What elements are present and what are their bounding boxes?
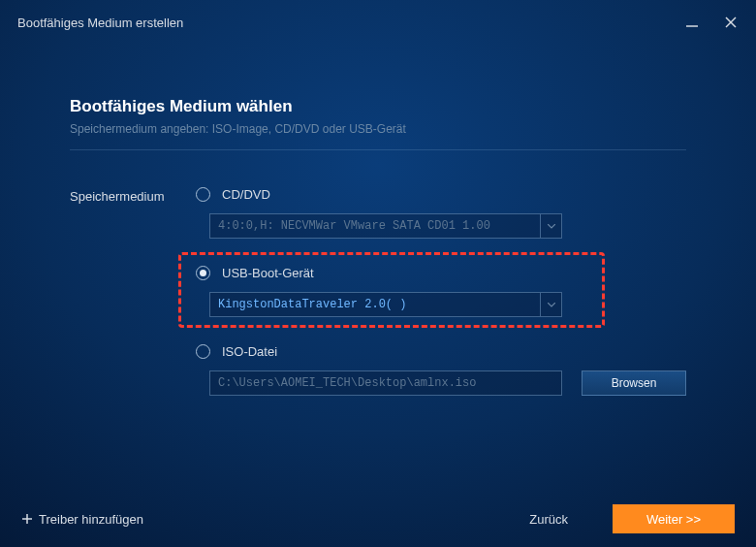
radio-cd[interactable]: [196, 187, 210, 202]
option-cd-group: CD/DVD 4:0:0,H: NECVMWar VMware SATA CD0…: [196, 187, 686, 239]
form-label: Speichermedium: [70, 187, 196, 423]
footer: Treiber hinzufügen Zurück Weiter >>: [0, 491, 756, 547]
option-iso-group: ISO-Datei C:\Users\AOMEI_TECH\Desktop\am…: [196, 344, 686, 396]
close-button[interactable]: [723, 15, 739, 30]
page-heading: Bootfähiges Medium wählen: [70, 97, 686, 116]
next-button[interactable]: Weiter >>: [613, 504, 735, 533]
option-usb-group: USB-Boot-Gerät KingstonDataTraveler 2.0(…: [196, 266, 686, 317]
main-content: Bootfähiges Medium wählen Speichermedium…: [0, 45, 756, 423]
cd-select-value: 4:0:0,H: NECVMWar VMware SATA CD01 1.00: [210, 214, 540, 238]
form-row: Speichermedium CD/DVD 4:0:0,H: NECVMWar …: [70, 187, 686, 423]
page-subheading: Speichermedium angeben: ISO-Image, CD/DV…: [70, 122, 686, 136]
window-controls: [684, 15, 739, 30]
back-button[interactable]: Zurück: [504, 504, 593, 533]
titlebar: Bootfähiges Medium erstellen: [0, 0, 756, 45]
cd-select[interactable]: 4:0:0,H: NECVMWar VMware SATA CD01 1.00: [209, 213, 562, 239]
usb-select-dropdown-button[interactable]: [540, 293, 561, 316]
option-cd-row[interactable]: CD/DVD: [196, 187, 686, 202]
option-iso-label: ISO-Datei: [222, 344, 277, 359]
add-driver-button[interactable]: Treiber hinzufügen: [21, 512, 143, 527]
options-column: CD/DVD 4:0:0,H: NECVMWar VMware SATA CD0…: [196, 187, 686, 423]
option-usb-row[interactable]: USB-Boot-Gerät: [196, 266, 686, 280]
browse-button[interactable]: Browsen: [582, 370, 686, 396]
option-cd-label: CD/DVD: [222, 187, 270, 202]
iso-input-row: C:\Users\AOMEI_TECH\Desktop\amlnx.iso Br…: [209, 370, 686, 396]
usb-select-value: KingstonDataTraveler 2.0( ): [210, 293, 540, 316]
divider: [70, 149, 686, 150]
usb-select[interactable]: KingstonDataTraveler 2.0( ): [209, 292, 562, 317]
option-usb-label: USB-Boot-Gerät: [222, 266, 314, 280]
minimize-button[interactable]: [684, 15, 700, 30]
add-driver-label: Treiber hinzufügen: [39, 512, 143, 527]
plus-icon: [21, 513, 33, 525]
radio-usb[interactable]: [196, 266, 210, 280]
option-iso-row[interactable]: ISO-Datei: [196, 344, 686, 359]
iso-path-input[interactable]: C:\Users\AOMEI_TECH\Desktop\amlnx.iso: [209, 370, 562, 396]
cd-select-dropdown-button[interactable]: [540, 214, 561, 238]
radio-iso[interactable]: [196, 344, 210, 359]
window-title: Bootfähiges Medium erstellen: [17, 16, 183, 30]
